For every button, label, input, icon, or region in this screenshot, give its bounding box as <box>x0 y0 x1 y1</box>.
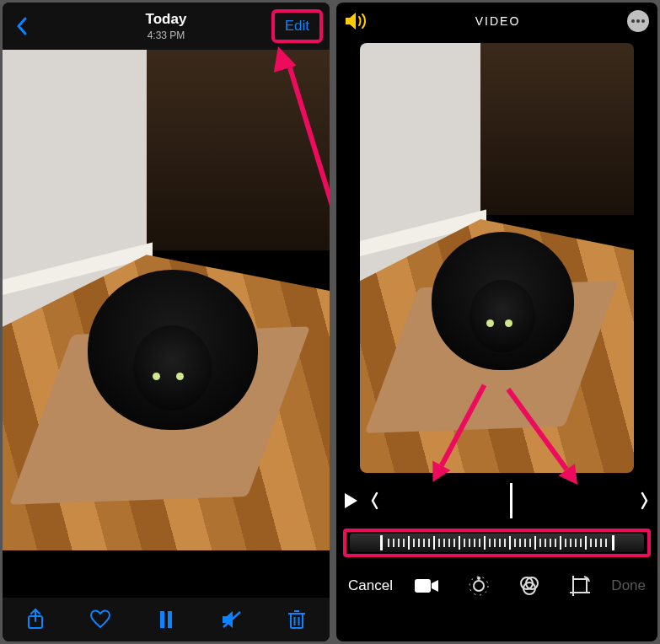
video-camera-icon <box>414 577 439 594</box>
svg-marker-15 <box>432 580 438 592</box>
viewer-toolbar <box>3 598 330 641</box>
chevron-left-icon <box>15 16 29 36</box>
svg-rect-2 <box>160 611 164 628</box>
trim-end-handle[interactable] <box>639 488 651 513</box>
svg-rect-14 <box>415 579 431 593</box>
adjust-dial-icon <box>468 575 490 597</box>
video-preview-image <box>3 50 330 550</box>
delete-button[interactable] <box>283 606 310 633</box>
slider-ticks <box>386 534 609 552</box>
trim-start-handle[interactable] <box>368 488 380 513</box>
favorite-button[interactable] <box>87 606 114 633</box>
playhead[interactable] <box>510 483 512 518</box>
svg-point-18 <box>477 577 480 580</box>
filters-tab[interactable] <box>518 575 540 597</box>
svg-rect-22 <box>573 579 587 593</box>
editor-mode-title: VIDEO <box>475 14 521 28</box>
thumbnail-strip[interactable] <box>3 550 330 598</box>
chevron-left-icon <box>370 488 378 513</box>
editor-header: VIDEO <box>336 3 657 40</box>
svg-marker-13 <box>345 493 357 508</box>
svg-point-11 <box>636 19 640 23</box>
more-button[interactable] <box>627 10 649 32</box>
photos-viewer-screen: Today 4:33 PM Edit <box>3 3 330 641</box>
svg-point-10 <box>631 19 635 23</box>
pause-icon <box>158 610 174 629</box>
editor-canvas[interactable] <box>336 40 657 480</box>
trash-icon <box>287 609 306 630</box>
filters-icon <box>518 575 540 597</box>
timeline-row <box>336 480 657 522</box>
crop-rotate-icon <box>569 575 591 597</box>
svg-point-12 <box>641 19 645 23</box>
speaker-muted-icon <box>221 610 243 629</box>
video-preview-image <box>360 43 634 473</box>
adjust-tab[interactable] <box>468 575 490 597</box>
svg-rect-3 <box>168 611 172 628</box>
play-icon <box>343 492 358 509</box>
video-tab[interactable] <box>414 577 439 594</box>
edit-button[interactable]: Edit <box>271 9 323 43</box>
back-button[interactable] <box>9 16 35 36</box>
svg-point-16 <box>474 581 484 591</box>
cancel-button[interactable]: Cancel <box>348 577 393 594</box>
video-editor-screen: VIDEO <box>336 3 657 641</box>
volume-button[interactable] <box>345 12 368 30</box>
thumbnail-selected[interactable] <box>185 556 221 592</box>
editor-toolbar: Cancel <box>336 562 657 609</box>
svg-rect-5 <box>291 614 303 628</box>
ellipsis-icon <box>631 19 645 23</box>
share-button[interactable] <box>22 606 49 633</box>
mute-button[interactable] <box>218 606 245 633</box>
pause-button[interactable] <box>153 606 180 633</box>
play-button[interactable] <box>343 492 363 509</box>
share-icon <box>26 609 45 631</box>
speaker-on-icon <box>345 12 368 30</box>
thumbnail[interactable] <box>148 556 184 592</box>
viewer-header: Today 4:33 PM Edit <box>3 3 330 50</box>
thumbnail[interactable] <box>111 556 147 592</box>
chevron-right-icon <box>641 488 649 513</box>
done-button[interactable]: Done <box>611 577 646 594</box>
crop-tab[interactable] <box>569 575 591 597</box>
video-filmstrip[interactable] <box>385 483 634 518</box>
slider-end-left <box>380 535 383 550</box>
adjustment-slider[interactable] <box>350 534 644 552</box>
adjustment-slider-highlight <box>343 529 651 557</box>
slider-end-right <box>612 535 614 550</box>
heart-icon <box>89 609 111 630</box>
photo-viewport[interactable] <box>3 50 330 550</box>
